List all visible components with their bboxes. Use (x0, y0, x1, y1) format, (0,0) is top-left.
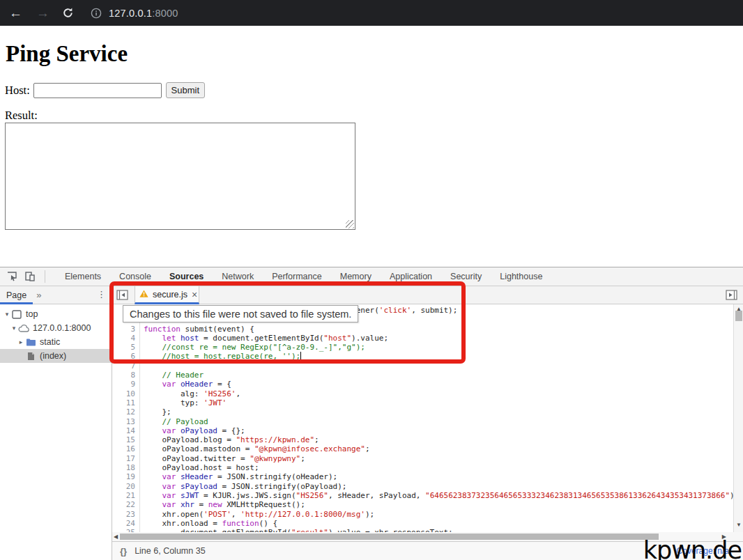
code-line-text[interactable]: var sPayload = JSON.stringify(oPayload); (140, 482, 346, 491)
code-line-text[interactable]: let host = document.getElementById("host… (140, 334, 388, 343)
warning-triangle-icon (139, 290, 148, 300)
gutter-line-number[interactable]: 18 (112, 463, 140, 472)
code-line-text[interactable]: oPayload.twitter = "@kwnypwny"; (140, 454, 305, 463)
horizontal-scroll-thumb[interactable] (120, 534, 659, 540)
info-icon[interactable] (91, 8, 102, 19)
gutter-line-number[interactable]: 15 (112, 435, 140, 444)
frame-icon (11, 309, 22, 320)
tree-item--index-[interactable]: (index) (0, 349, 112, 363)
code-line-14: 14 var oPayload = {}; (112, 426, 730, 435)
gutter-line-number[interactable]: 13 (112, 417, 140, 426)
devtools-tab-console[interactable]: Console (110, 267, 160, 286)
gutter-line-number[interactable]: 21 (112, 491, 140, 500)
code-line-text[interactable]: oPayload.blog = "https://kpwn.de"; (140, 435, 319, 444)
resize-grip-icon[interactable] (346, 220, 354, 228)
result-textarea[interactable] (5, 123, 355, 230)
back-icon[interactable]: ← (9, 6, 22, 20)
sources-navigator: Page » ⋮ ▾top▾127.0.0.1:8000▸static(inde… (0, 286, 112, 560)
editor-tab-bar: secure.js × (112, 286, 743, 304)
reload-icon[interactable] (62, 7, 74, 19)
code-line-text[interactable]: // Header (140, 371, 204, 380)
gutter-line-number[interactable]: 19 (112, 472, 140, 481)
file-tab-secure-js[interactable]: secure.js × (135, 286, 199, 304)
devtools-tab-elements[interactable]: Elements (56, 267, 110, 286)
gutter-line-number[interactable]: 12 (112, 407, 140, 417)
collapse-navigator-icon[interactable] (116, 290, 128, 302)
gutter-line-number[interactable]: 20 (112, 482, 140, 491)
tab-page[interactable]: Page (0, 290, 26, 300)
gutter-line-number[interactable]: 11 (112, 398, 140, 407)
close-tab-icon[interactable]: × (192, 290, 197, 300)
code-line-text[interactable]: alg: 'HS256', (140, 389, 240, 398)
gutter-line-number[interactable]: 16 (112, 444, 140, 453)
code-line-text[interactable]: oPayload.host = host; (140, 463, 259, 472)
code-line-text[interactable]: var sJWT = KJUR.jws.JWS.sign("HS256", sH… (140, 491, 739, 500)
kebab-menu-icon[interactable]: ⋮ (97, 289, 106, 300)
gutter-line-number[interactable]: 14 (112, 426, 140, 435)
code-viewport[interactable]: 1document.getElementById("submit").addEv… (112, 304, 743, 541)
gutter-line-number[interactable]: 9 (112, 380, 140, 389)
code-line-text[interactable]: oPayload.mastodon = "@kpwn@infosec.excha… (140, 444, 370, 453)
tree-disclosure-icon[interactable]: ▾ (10, 325, 18, 332)
devtools-tab-memory[interactable]: Memory (331, 267, 381, 286)
vertical-scrollbar[interactable]: ▲ ▼ (733, 304, 743, 532)
file-tree: ▾top▾127.0.0.1:8000▸static(index) (0, 304, 112, 363)
gutter-line-number[interactable]: 24 (112, 519, 140, 528)
code-line-text[interactable]: xhr.open('POST', 'http://127.0.0.1:8000/… (140, 510, 374, 519)
code-line-text[interactable]: //const re = new RegExp("[^a-z0-9._-]","… (140, 343, 365, 352)
devtools-tab-bar: ElementsConsoleSourcesNetworkPerformance… (56, 267, 551, 286)
tree-item-label: top (26, 309, 38, 319)
tree-disclosure-icon[interactable]: ▾ (3, 311, 11, 318)
scroll-down-icon[interactable]: ▼ (736, 522, 742, 528)
gutter-line-number[interactable]: 5 (112, 343, 140, 352)
gutter-line-number[interactable]: 22 (112, 500, 140, 509)
tree-item-127-0-0-1-8000[interactable]: ▾127.0.0.1:8000 (0, 321, 112, 335)
more-tabs-chevron-icon[interactable]: » (36, 290, 41, 300)
code-line-7: 7 (112, 361, 730, 371)
code-line-text[interactable]: typ: 'JWT' (140, 398, 227, 407)
code-line-text[interactable]: }; (140, 407, 171, 417)
gutter-line-number[interactable]: 23 (112, 510, 140, 519)
code-line-3: 3function submit(event) { (112, 325, 730, 334)
gutter-line-number[interactable]: 7 (112, 361, 140, 371)
pretty-print-icon[interactable]: {} (120, 546, 127, 557)
address-bar[interactable]: 127.0.0.1:8000 (109, 8, 178, 19)
code-line-text[interactable]: function submit(event) { (140, 325, 254, 334)
show-debugger-sidebar-icon[interactable] (726, 290, 737, 302)
host-input[interactable] (33, 83, 162, 98)
browser-toolbar: ← → 127.0.0.1:8000 (0, 0, 743, 26)
gutter-line-number[interactable]: 17 (112, 454, 140, 463)
devtools-tab-security[interactable]: Security (441, 267, 491, 286)
cursor-position: Line 6, Column 35 (135, 546, 205, 556)
code-line-12: 12 }; (112, 407, 730, 417)
tree-disclosure-icon[interactable]: ▸ (17, 339, 25, 345)
result-label: Result: (5, 109, 38, 123)
gutter-line-number[interactable]: 4 (112, 334, 140, 343)
scroll-left-icon[interactable]: ◀ (114, 534, 118, 540)
devtools-tab-lighthouse[interactable]: Lighthouse (491, 267, 551, 286)
submit-button[interactable]: Submit (166, 82, 205, 98)
devtools-tab-application[interactable]: Application (381, 267, 441, 286)
gutter-line-number[interactable]: 10 (112, 389, 140, 398)
watermark: kpwn.de (643, 536, 742, 560)
gutter-line-number[interactable]: 8 (112, 371, 140, 380)
devtools-tab-network[interactable]: Network (213, 267, 263, 286)
tree-item-static[interactable]: ▸static (0, 335, 112, 349)
devtools-tab-performance[interactable]: Performance (263, 267, 331, 286)
code-line-text[interactable]: var xhr = new XMLHttpRequest(); (140, 500, 305, 509)
code-line-text[interactable]: // Payload (140, 417, 208, 426)
code-line-text[interactable]: xhr.onload = function() { (140, 519, 277, 528)
vertical-scroll-thumb[interactable] (735, 311, 742, 321)
code-line-text[interactable]: var oHeader = { (140, 380, 231, 389)
device-toolbar-icon[interactable] (24, 271, 36, 282)
devtools-tab-sources[interactable]: Sources (160, 267, 213, 286)
gutter-line-number[interactable]: 6 (112, 352, 140, 361)
tree-item-top[interactable]: ▾top (0, 307, 112, 321)
code-line-text[interactable]: var sHeader = JSON.stringify(oHeader); (140, 472, 337, 481)
code-line-18: 18 oPayload.host = host; (112, 463, 730, 472)
code-line-text[interactable]: //host = host.replace(re, ''); (140, 352, 301, 361)
inspect-element-icon[interactable] (6, 271, 17, 282)
code-line-text[interactable]: var oPayload = {}; (140, 426, 245, 435)
gutter-line-number[interactable]: 3 (112, 325, 140, 334)
code-line-text[interactable] (140, 361, 144, 371)
